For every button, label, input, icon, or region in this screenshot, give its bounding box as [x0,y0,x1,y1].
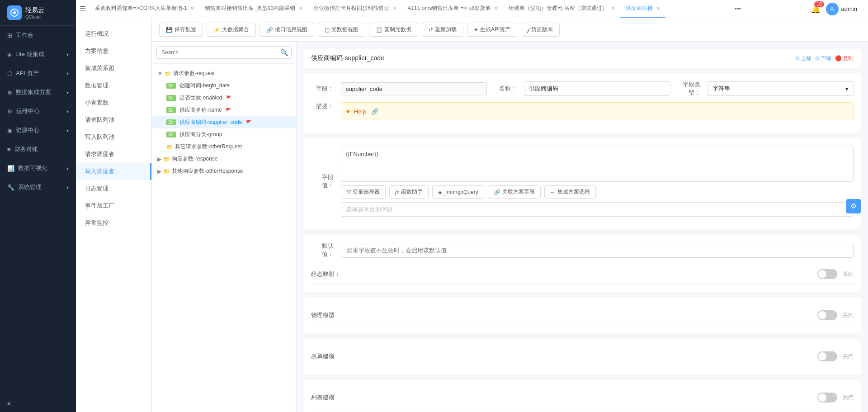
list-build-value: 关闭 [843,394,854,402]
nav-request-observer[interactable]: 请求调度者 [76,146,151,163]
nav-write-observer[interactable]: 写入调度者 [76,163,151,180]
chevron-down-icon: ▾ [845,85,849,92]
list-build-toggle[interactable] [817,393,837,403]
physical-model-toggle[interactable] [817,310,837,320]
nav-write-queue[interactable]: 写入队列池 [76,128,151,146]
tree-node-supplier-group[interactable]: Str 供应商分类-group [152,128,296,141]
func-helper-btn[interactable]: fx 函数助手 [389,185,429,199]
func-helper-label: 函数助手 [401,188,423,196]
name-value[interactable]: 供应商编码 [524,81,670,96]
source-platform-select[interactable]: 选择源平台的字段 ▾ [341,202,854,217]
tab-5-close[interactable]: ✕ [611,6,615,11]
folder-icon: 📁 [163,156,170,162]
username: admin [841,5,857,12]
notification-btn[interactable]: 🔔 10 [811,4,821,14]
nav-exception-monitor[interactable]: 异常监控 [76,214,151,232]
reload-label: 重新加载 [435,26,457,33]
tab-5-label: 组装单（父项）金蝶=) 马帮（测试通过） [509,5,607,12]
sidebar-item-finance[interactable]: ≡ 财务对账 [0,140,76,159]
tab-6-close[interactable]: ✕ [656,6,660,11]
sidebar-item-sys-mgmt[interactable]: 🔧 系统管理 ▾ [0,178,76,197]
tab-3-close[interactable]: ✕ [393,6,396,11]
nav-data-mgmt[interactable]: 数据管理 [76,77,151,94]
copy-meta-btn[interactable]: 📋 复制元数据 [369,23,418,37]
gear-btn[interactable]: ⚙ [846,199,861,213]
type-badge-str: Str [166,119,176,125]
field-value-content[interactable]: {{FNumber}} [341,146,854,182]
save-config-btn[interactable]: 💾 保存配置 [159,23,203,37]
move-up-btn[interactable]: ⊙ 上移 [795,55,811,62]
var-selector-btn[interactable]: ▽ 变量选择器 [341,185,386,199]
nav-integration-map[interactable]: 集成关系图 [76,60,151,77]
tab-6-label: 供应商对接 [626,5,653,12]
tree-node-response[interactable]: ▶ 📁 响应参数-response [152,153,296,165]
logo-icon [7,5,22,20]
integration-select-btn[interactable]: ↔ 集成方案选择 [544,185,596,199]
tab-2-label: 销售单对接销售出库_类型93内部采销 [205,5,295,12]
integration-select-icon: ↔ [550,189,556,195]
big-data-merge-btn[interactable]: ⚡ 大数据聚合 [207,23,256,37]
expand-icon: ▶ [157,156,161,162]
sidebar-item-lite[interactable]: ◈ Lite 轻集成 ▾ [0,45,76,64]
default-input[interactable] [341,243,854,258]
related-field-btn[interactable]: 🔗 关联方案字段 [488,185,541,199]
help-link-icon: 🔗 [371,108,378,115]
split-view: 🔍 ▼ 📁 请求参数-request Str [152,42,868,412]
tree-node-supplier-name[interactable]: Str 供应商名称-name 🚩 [152,104,296,116]
node-label: 其他响应参数-otherResponse [172,167,243,175]
sidebar-item-workbench[interactable]: ⊞ 工作台 [0,26,76,45]
tree-node-begin-date[interactable]: Str 创建时间-begin_date [152,80,296,92]
mongo-query-btn[interactable]: ◈ _mongoQuery [432,185,484,199]
nav-solution-info[interactable]: 方案信息 [76,43,151,60]
search-input[interactable] [156,46,292,59]
tree-node-request-params[interactable]: ▼ 📁 请求参数-request [152,67,296,80]
nav-overview[interactable]: 运行概况 [76,25,151,43]
reload-btn[interactable]: ↺ 重新加载 [422,23,463,37]
tree-content: ▼ 📁 请求参数-request Str 创建时间-begin_date [152,64,296,412]
tab-1-close[interactable]: ✕ [190,6,194,11]
tab-3[interactable]: 企业微信打卡月报同步到简道云 ✕ [308,0,402,18]
type-select[interactable]: 字符串 ▾ [708,81,854,96]
tab-6[interactable]: 供应商对接 ✕ [620,0,665,18]
table-build-toggle[interactable] [817,351,837,361]
sidebar-item-data-viz[interactable]: 📊 数据可视化 ▾ [0,159,76,178]
interface-view-btn[interactable]: 🔗 接口信息视图 [259,23,314,37]
sidebar-collapse[interactable]: ≡ [0,395,76,412]
nav-request-queue[interactable]: 请求队列池 [76,111,151,128]
sidebar-item-ops[interactable]: ⚙ 运维中心 ▾ [0,102,76,121]
static-mapping-toggle[interactable] [817,269,837,279]
detail-actions: ⊙ 上移 ⊙ 下移 🔴 复制 [795,55,854,62]
tab-1[interactable]: 采购收料通知单=>CGRK入库单新增-1 ✕ [90,0,199,18]
sidebar-item-data-integration[interactable]: ⊕ 数据集成方案 ▾ [0,83,76,102]
nav-xiao-qing[interactable]: 小青查数 [76,94,151,111]
tab-5[interactable]: 组装单（父项）金蝶=) 马帮（测试通过） ✕ [503,0,620,18]
sidebar-item-resources[interactable]: ◉ 资源中心 ▾ [0,121,76,140]
meta-view-btn[interactable]: ◫ 元数据视图 [318,23,365,37]
move-down-btn[interactable]: ⊙ 下移 [815,55,831,62]
tree-node-other-request[interactable]: 📁 其它请求参数-otherRequest [152,141,296,153]
copy-btn[interactable]: 🔴 复制 [835,55,854,62]
field-value-label: 字段值： [311,173,334,189]
tab-4-close[interactable]: ✕ [494,6,498,11]
sidebar-item-api[interactable]: ⬡ API 资产 ▾ [0,64,76,83]
tab-4[interactable]: A111 oms销售出库单 => u8发货单 ✕ [402,0,503,18]
source-placeholder: 选择源平台的字段 [346,205,393,213]
tree-node-supplier-code[interactable]: Str 供应商编码-supplier_code 🚩 [152,116,296,128]
tab-2-close[interactable]: ✕ [299,6,302,11]
table-build-label: 表单建模 [311,352,812,360]
detail-title: 供应商编码-supplier_code [311,54,384,62]
nav-log-mgmt[interactable]: 日志管理 [76,180,151,197]
user-profile[interactable]: A admin [826,3,857,15]
gen-api-btn[interactable]: ✦ 生成API资产 [467,23,517,37]
sidebar-label-workbench: 工作台 [16,31,33,39]
history-btn[interactable]: 𝒻 历史版本 [521,23,560,37]
tab-more-btn[interactable]: ••• [731,5,745,12]
tab-2[interactable]: 销售单对接销售出库_类型93内部采销 ✕ [199,0,308,18]
folder-icon: 📁 [165,71,171,77]
field-name-value: supplier_code [341,82,487,95]
tree-node-enabled[interactable]: Str 是否生效-enabled 🚩 [152,92,296,104]
tree-node-other-response[interactable]: ▶ 📁 其他响应参数-otherResponse [152,165,296,177]
hamburger-icon[interactable]: ☰ [80,5,86,13]
nav-event-factory[interactable]: 事件加工厂 [76,197,151,214]
sidebar-label-sys-mgmt: 系统管理 [18,183,42,191]
